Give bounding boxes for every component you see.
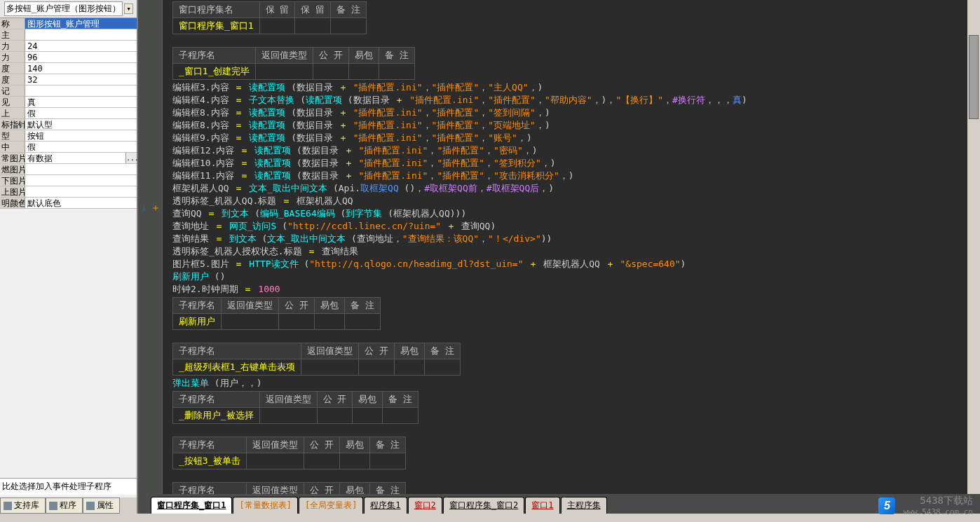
property-value[interactable] [25, 85, 137, 96]
vertical-scrollbar[interactable] [967, 0, 980, 494]
table-cell[interactable]: 窗口程序集_窗口1 [173, 18, 260, 34]
table-cell[interactable] [313, 64, 349, 80]
code-line[interactable]: 透明标签_机器人授权状态.标题 ＝ 查询结果 [163, 245, 980, 258]
property-value[interactable]: 24 [25, 41, 137, 51]
code-line[interactable]: 时钟2.时钟周期 ＝ 1000 [163, 283, 980, 296]
property-row[interactable]: 常图片有数据... [0, 153, 137, 164]
property-row[interactable]: 力96 [0, 52, 137, 63]
table-cell[interactable] [359, 359, 395, 376]
table-cell[interactable] [259, 408, 317, 424]
table-cell[interactable]: _删除用户_被选择 [173, 408, 260, 424]
code-line[interactable]: 编辑框4.内容 ＝ 子文本替换 (读配置项 (数据目录 ＋ "插件配置.ini"… [163, 94, 980, 107]
code-line[interactable]: 查询结果 ＝ 到文本 (文本_取出中间文本 (查询地址，"查询结果：该QQ"，"… [163, 233, 980, 245]
property-row[interactable]: 标指针默认型 [0, 119, 137, 130]
property-row[interactable]: 度140 [0, 63, 137, 74]
property-row[interactable]: 度32 [0, 74, 137, 85]
table-cell[interactable] [340, 453, 370, 469]
code-line[interactable]: 编辑框9.内容 ＝ 读配置项 (数据目录 ＋ "插件配置.ini"，"插件配置"… [163, 132, 980, 144]
table-cell[interactable] [259, 18, 295, 34]
property-value[interactable] [25, 29, 137, 40]
panel-tab[interactable]: 支持库 [0, 497, 46, 514]
property-row[interactable]: 上假 [0, 108, 137, 119]
code-line[interactable]: 编辑框11.内容 ＝ 读配置项 (数据目录 ＋ "插件配置.ini"，"插件配置… [163, 170, 980, 182]
table-cell[interactable] [331, 18, 367, 34]
property-value[interactable] [25, 164, 137, 174]
table-cell[interactable]: _按钮3_被单击 [173, 453, 247, 469]
editor-tab[interactable]: 窗口1 [525, 497, 559, 514]
property-row[interactable]: 燃图片 [0, 164, 137, 175]
table-cell[interactable]: _超级列表框1_右键单击表项 [173, 359, 301, 376]
code-line[interactable]: 查询地址 ＝ 网页_访问S ("http://ccdl.linec.cn/?ui… [163, 220, 980, 233]
property-value[interactable]: 默认底色 [25, 198, 137, 208]
table-cell[interactable] [370, 453, 406, 469]
property-value[interactable] [25, 175, 137, 186]
property-value[interactable]: 按钮 [25, 130, 137, 141]
table-cell[interactable] [349, 64, 379, 80]
property-row[interactable]: 上图片 [0, 186, 137, 198]
code-line[interactable]: 透明标签_机器人QQ.标题 ＝ 框架机器人QQ [163, 195, 980, 207]
panel-tab[interactable]: 属性 [83, 497, 120, 514]
table-cell[interactable]: 刷新用户 [173, 314, 222, 330]
property-row[interactable]: 力24 [0, 41, 137, 52]
property-value[interactable]: 假 [25, 108, 137, 118]
property-value[interactable]: 32 [25, 74, 137, 85]
editor-tab[interactable]: [常量数据表] [233, 497, 297, 514]
dropdown-icon[interactable]: ▾ [124, 4, 133, 14]
property-row[interactable]: 下图片 [0, 175, 137, 186]
code-line[interactable]: 弹出菜单 (用户，，) [163, 377, 980, 390]
property-row[interactable]: 记 [0, 85, 137, 97]
table-cell[interactable] [301, 359, 359, 376]
property-row[interactable]: 主 [0, 29, 137, 41]
property-row[interactable]: 型按钮 [0, 130, 137, 142]
property-row[interactable]: 中假 [0, 142, 137, 153]
table-cell[interactable] [379, 64, 415, 80]
line-marker-arrow-icon[interactable]: ↓ [141, 202, 151, 212]
table-cell[interactable] [256, 64, 313, 80]
event-handler-hint[interactable]: 比处选择加入事件处理子程序 [0, 478, 137, 495]
code-line[interactable]: 编辑框3.内容 ＝ 读配置项 (数据目录 ＋ "插件配置.ini"，"插件配置"… [163, 81, 980, 94]
table-cell[interactable] [222, 314, 279, 330]
property-value[interactable]: 默认型 [25, 119, 137, 130]
code-line[interactable]: 编辑框8.内容 ＝ 读配置项 (数据目录 ＋ "插件配置.ini"，"插件配置"… [163, 107, 980, 119]
property-value[interactable]: 图形按钮_账户管理 [25, 18, 137, 29]
table-cell[interactable] [383, 408, 418, 424]
property-value[interactable]: 有数据 [25, 153, 125, 163]
table-cell[interactable] [304, 453, 340, 469]
property-value[interactable]: 96 [25, 52, 137, 62]
table-cell[interactable] [317, 408, 353, 424]
scrollbar-thumb[interactable] [969, 35, 979, 119]
property-row[interactable]: 称图形按钮_账户管理 [0, 18, 137, 29]
editor-tab[interactable]: 程序集1 [364, 497, 407, 514]
table-cell[interactable] [395, 359, 425, 376]
editor-tab[interactable]: 窗口程序集_窗口1 [151, 497, 232, 514]
property-value[interactable]: 140 [25, 63, 137, 74]
editor-tab[interactable]: 主程序集 [561, 497, 607, 514]
code-line[interactable]: 刷新用户 () [163, 270, 980, 283]
code-editor[interactable]: 窗口程序集名保 留保 留备 注窗口程序集_窗口1子程序名返回值类型公 开易包备 … [163, 0, 980, 494]
table-cell[interactable] [353, 408, 383, 424]
editor-tab[interactable]: 窗口2 [408, 497, 442, 514]
table-cell[interactable] [344, 314, 380, 330]
code-line[interactable]: 编辑框10.内容 ＝ 读配置项 (数据目录 ＋ "插件配置.ini"，"插件配置… [163, 157, 980, 170]
property-row[interactable]: 明颜色默认底色 [0, 198, 137, 209]
table-cell[interactable] [247, 453, 304, 469]
code-line[interactable]: 编辑框12.内容 ＝ 读配置项 (数据目录 ＋ "插件配置.ini"，"插件配置… [163, 144, 980, 157]
table-cell[interactable] [295, 18, 331, 34]
code-line[interactable]: 框架机器人QQ ＝ 文本_取出中间文本 (Api.取框架QQ ()，#取框架QQ… [163, 182, 980, 195]
code-line[interactable]: 查询QQ ＝ 到文本 (编码_BASE64编码 (到字节集 (框架机器人QQ))… [163, 207, 980, 220]
editor-tab[interactable]: 窗口程序集_窗口2 [443, 497, 524, 514]
table-cell[interactable] [425, 359, 461, 376]
table-cell[interactable] [279, 314, 315, 330]
table-cell[interactable]: _窗口1_创建完毕 [173, 64, 256, 80]
property-more-button[interactable]: ... [125, 153, 137, 163]
fold-plus-icon[interactable]: ＋ [151, 202, 161, 212]
code-line[interactable]: 编辑框8.内容 ＝ 读配置项 (数据目录 ＋ "插件配置.ini"，"插件配置"… [163, 119, 980, 132]
code-line[interactable]: 图片框5.图片 ＝ HTTP读文件 ("http://q.qlogo.cn/he… [163, 258, 980, 270]
component-selector[interactable]: 多按钮_账户管理（图形按钮） [4, 1, 123, 16]
property-value[interactable]: 真 [25, 97, 137, 107]
table-cell[interactable] [314, 314, 344, 330]
property-value[interactable]: 假 [25, 142, 137, 152]
panel-tab[interactable]: 程序 [46, 497, 83, 514]
editor-tab[interactable]: [全局变量表] [299, 497, 363, 514]
property-row[interactable]: 见真 [0, 97, 137, 108]
